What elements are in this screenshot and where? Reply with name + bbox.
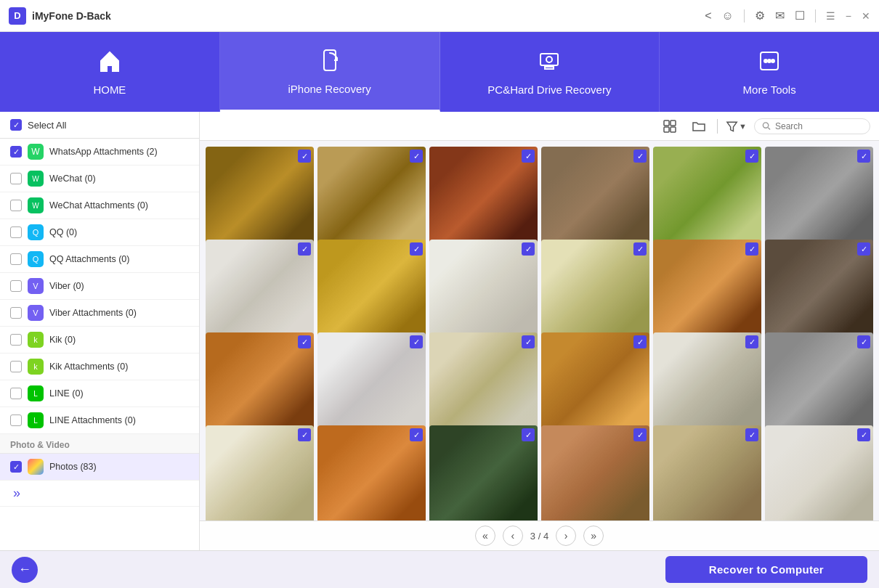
person-icon[interactable]: ☺ (721, 9, 733, 23)
image-checkbox[interactable]: ✓ (745, 428, 758, 441)
sidebar-item-whatsapp-attachments[interactable]: ✓ W WhatsApp Attachments (2) (0, 139, 199, 166)
image-cell[interactable]: ✓ (317, 240, 426, 348)
kik-label: Kik (0) (49, 335, 189, 345)
image-cell[interactable]: ✓ (206, 425, 314, 520)
image-cell[interactable]: ✓ (206, 240, 314, 348)
settings-icon[interactable]: ⚙ (755, 9, 765, 23)
sidebar-item-qq[interactable]: Q QQ (0) (0, 219, 199, 246)
sidebar-item-kik[interactable]: k Kik (0) (0, 327, 199, 354)
sidebar-item-kik-att[interactable]: k Kik Attachments (0) (0, 354, 199, 380)
kik-att-icon: k (28, 359, 44, 375)
folder-btn[interactable] (688, 115, 710, 137)
sidebar-item-photos[interactable]: ✓ Photos (83) (0, 454, 199, 481)
image-cell[interactable]: ✓ (541, 240, 649, 348)
image-checkbox[interactable]: ✓ (410, 150, 423, 163)
image-cell[interactable]: ✓ (653, 147, 761, 255)
image-checkbox[interactable]: ✓ (857, 335, 870, 348)
mail-icon[interactable]: ✉ (775, 9, 785, 23)
wechat-att-checkbox[interactable] (10, 200, 22, 211)
qq-att-checkbox[interactable] (10, 253, 22, 265)
next-page-btn[interactable]: › (556, 526, 576, 546)
select-all-checkbox[interactable]: ✓ (10, 119, 22, 131)
image-checkbox[interactable]: ✓ (522, 428, 535, 441)
image-checkbox[interactable]: ✓ (522, 242, 535, 256)
sidebar-item-line[interactable]: L LINE (0) (0, 380, 199, 407)
sidebar-item-wechat-att[interactable]: W WeChat Attachments (0) (0, 192, 199, 219)
image-checkbox[interactable]: ✓ (410, 242, 423, 256)
image-checkbox[interactable]: ✓ (298, 150, 311, 163)
last-page-btn[interactable]: » (583, 526, 604, 546)
image-cell[interactable]: ✓ (429, 147, 538, 255)
whatsapp-label: WhatsApp Attachments (2) (49, 147, 189, 157)
image-cell[interactable]: ✓ (765, 240, 873, 348)
search-input[interactable] (775, 121, 862, 131)
image-checkbox[interactable]: ✓ (633, 150, 647, 163)
viber-att-checkbox[interactable] (10, 307, 22, 319)
image-checkbox[interactable]: ✓ (522, 335, 535, 348)
recover-button[interactable]: Recover to Computer (665, 556, 867, 583)
first-page-btn[interactable]: « (475, 526, 495, 546)
minimize-icon[interactable]: − (846, 10, 851, 22)
image-checkbox[interactable]: ✓ (522, 150, 535, 163)
kik-checkbox[interactable] (10, 334, 22, 346)
sidebar-item-qq-att[interactable]: Q QQ Attachments (0) (0, 246, 199, 273)
image-checkbox[interactable]: ✓ (633, 242, 647, 256)
qq-checkbox[interactable] (10, 226, 22, 238)
nav-home[interactable]: HOME (0, 32, 220, 112)
image-cell[interactable]: ✓ (206, 332, 314, 441)
line-att-checkbox[interactable] (10, 415, 22, 426)
image-checkbox[interactable]: ✓ (298, 242, 311, 256)
close-icon[interactable]: ✕ (862, 10, 870, 22)
image-cell[interactable]: ✓ (206, 147, 314, 255)
prev-page-btn[interactable]: ‹ (503, 526, 523, 546)
image-checkbox[interactable]: ✓ (745, 242, 758, 256)
image-cell[interactable]: ✓ (541, 147, 649, 255)
image-cell[interactable]: ✓ (653, 425, 761, 520)
nav-iphone-recovery[interactable]: iPhone Recovery (220, 32, 440, 112)
image-checkbox[interactable]: ✓ (410, 335, 423, 348)
back-button[interactable]: ← (12, 557, 38, 583)
chat-icon[interactable]: ☐ (795, 9, 805, 23)
image-cell[interactable]: ✓ (317, 332, 426, 441)
image-checkbox[interactable]: ✓ (857, 150, 870, 163)
image-checkbox[interactable]: ✓ (298, 428, 311, 441)
sidebar-item-line-att[interactable]: L LINE Attachments (0) (0, 407, 199, 434)
image-cell[interactable]: ✓ (429, 425, 538, 520)
image-checkbox[interactable]: ✓ (410, 428, 423, 441)
image-cell[interactable]: ✓ (541, 425, 649, 520)
kik-att-checkbox[interactable] (10, 361, 22, 372)
image-cell[interactable]: ✓ (765, 425, 873, 520)
image-cell[interactable]: ✓ (765, 332, 873, 441)
photos-checkbox[interactable]: ✓ (10, 461, 22, 473)
wechat-checkbox[interactable] (10, 173, 22, 184)
grid-view-btn[interactable] (659, 115, 681, 137)
viber-checkbox[interactable] (10, 280, 22, 292)
image-checkbox[interactable]: ✓ (745, 335, 758, 348)
image-cell[interactable]: ✓ (317, 147, 426, 255)
image-checkbox[interactable]: ✓ (745, 150, 758, 163)
line-checkbox[interactable] (10, 388, 22, 399)
filter-btn[interactable]: ▼ (725, 115, 747, 137)
image-cell[interactable]: ✓ (429, 240, 538, 348)
image-checkbox[interactable]: ✓ (633, 428, 647, 441)
sidebar-item-viber[interactable]: V Viber (0) (0, 273, 199, 300)
share-icon[interactable]: < (705, 9, 711, 23)
sidebar-item-wechat[interactable]: W WeChat (0) (0, 166, 199, 192)
image-cell[interactable]: ✓ (317, 425, 426, 520)
image-checkbox[interactable]: ✓ (633, 335, 647, 348)
sidebar-item-viber-att[interactable]: V Viber Attachments (0) (0, 300, 199, 327)
image-cell[interactable]: ✓ (429, 332, 538, 441)
image-cell[interactable]: ✓ (765, 147, 873, 255)
image-checkbox[interactable]: ✓ (298, 335, 311, 348)
search-box (754, 118, 870, 134)
menu-icon[interactable]: ☰ (826, 10, 835, 22)
image-cell[interactable]: ✓ (653, 332, 761, 441)
image-checkbox[interactable]: ✓ (857, 428, 870, 441)
nav-more-tools[interactable]: More Tools (660, 32, 879, 112)
image-checkbox[interactable]: ✓ (857, 242, 870, 256)
image-cell[interactable]: ✓ (541, 332, 649, 441)
sidebar-item-more[interactable]: » (0, 481, 199, 507)
whatsapp-checkbox[interactable]: ✓ (10, 146, 22, 158)
nav-pc-recovery[interactable]: PC&Hard Drive Recovery (440, 32, 660, 112)
image-cell[interactable]: ✓ (653, 240, 761, 348)
